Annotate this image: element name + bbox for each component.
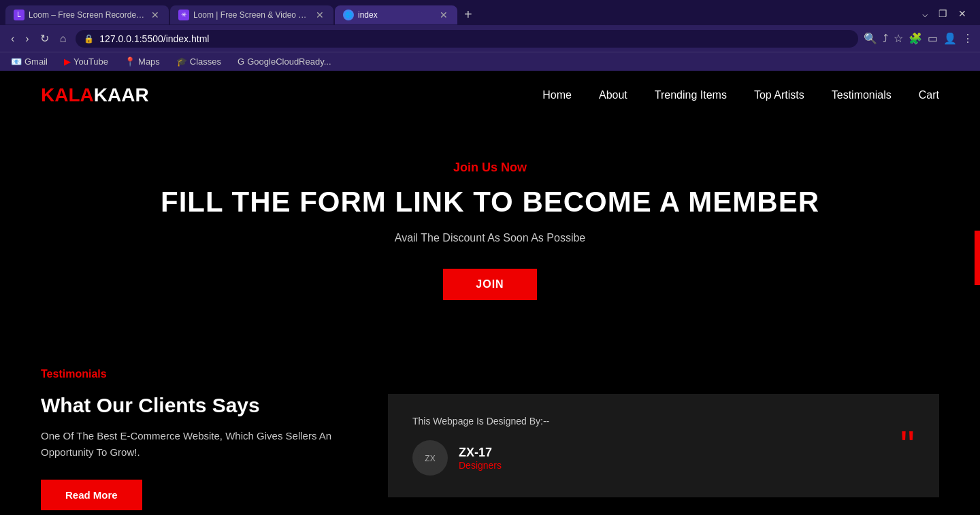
bookmark-star-icon[interactable]: ☆ xyxy=(894,32,903,45)
address-input[interactable] xyxy=(99,33,850,44)
nav-item-testimonials[interactable]: Testimonials xyxy=(832,89,892,101)
bookmark-youtube[interactable]: ▶ YouTube xyxy=(60,55,112,68)
testimonials-description: One Of The Best E-Commerce Website, Whic… xyxy=(41,428,361,461)
nav-item-trending[interactable]: Trending Items xyxy=(655,89,727,101)
designer-info: ZX ZX-17 Designers xyxy=(412,440,915,476)
classes-favicon: 🎓 xyxy=(176,56,187,67)
nav-links: Home About Trending Items Top Artists Te… xyxy=(542,89,939,101)
tab1-favicon: L xyxy=(14,10,24,20)
minimize-button[interactable]: ⌵ xyxy=(922,8,928,19)
nav-link-home[interactable]: Home xyxy=(542,89,572,101)
nav-link-testimonials[interactable]: Testimonials xyxy=(832,89,892,101)
hero-subtitle: Avail The Discount As Soon As Possibe xyxy=(27,232,953,244)
navbar: KALAKAAR Home About Trending Items Top A… xyxy=(0,71,980,120)
tab1-close[interactable]: ✕ xyxy=(150,10,161,20)
googlecloudready-label: GoogleCloudReady... xyxy=(247,56,331,67)
hero-heading: FILL THE FORM LINK TO BECOME A MEMBER xyxy=(27,186,953,218)
tab2-title: Loom | Free Screen & Video Rec... xyxy=(193,10,310,20)
forward-button[interactable]: › xyxy=(21,29,33,48)
testimonials-label: Testimonials xyxy=(41,368,939,380)
toolbar-icons: 🔍 ⤴ ☆ 🧩 ▭ 👤 ⋮ xyxy=(864,32,973,45)
browser-toolbar: ‹ › ↻ ⌂ 🔒 🔍 ⤴ ☆ 🧩 ▭ 👤 ⋮ xyxy=(0,25,980,52)
youtube-label: YouTube xyxy=(74,56,108,67)
tab3-favicon: 🌐 xyxy=(343,10,354,20)
testimonials-left: What Our Clients Says One Of The Best E-… xyxy=(41,394,361,510)
zoom-icon[interactable]: 🔍 xyxy=(864,32,877,45)
designer-role: Designers xyxy=(459,460,502,471)
bookmark-maps[interactable]: 📍 Maps xyxy=(120,55,164,68)
quote-icon: " xyxy=(900,425,915,466)
sidebar-toggle-icon[interactable]: ▭ xyxy=(928,32,938,45)
maps-favicon: 📍 xyxy=(125,56,135,67)
nav-link-about[interactable]: About xyxy=(599,89,627,101)
classes-label: Classes xyxy=(190,56,221,67)
nav-link-artists[interactable]: Top Artists xyxy=(754,89,804,101)
nav-item-about[interactable]: About xyxy=(599,89,627,101)
designer-name: ZX-17 xyxy=(459,446,502,460)
join-button[interactable]: JOIN xyxy=(443,269,536,300)
side-accent xyxy=(975,231,980,285)
nav-item-cart[interactable]: Cart xyxy=(919,89,939,101)
website-content: KALAKAAR Home About Trending Items Top A… xyxy=(0,71,980,515)
tab3-close[interactable]: ✕ xyxy=(438,10,449,20)
share-icon[interactable]: ⤴ xyxy=(883,33,888,45)
nav-buttons: ‹ › ↻ ⌂ xyxy=(7,29,70,48)
tab2-favicon: ✳ xyxy=(178,10,189,20)
bookmark-gmail[interactable]: 📧 Gmail xyxy=(7,55,52,68)
testimonials-layout: What Our Clients Says One Of The Best E-… xyxy=(41,394,939,510)
tab3-title: index xyxy=(358,10,434,20)
lock-icon: 🔒 xyxy=(84,34,94,44)
tabs-bar: L Loom – Free Screen Recorder &... ✕ ✳ L… xyxy=(0,0,980,25)
svg-text:ZX: ZX xyxy=(425,454,435,463)
home-button[interactable]: ⌂ xyxy=(56,29,71,48)
youtube-favicon: ▶ xyxy=(64,56,71,67)
designer-avatar: ZX xyxy=(412,440,448,476)
logo: KALAKAAR xyxy=(41,84,149,106)
profile-icon[interactable]: 👤 xyxy=(943,32,957,45)
browser-tab-3[interactable]: 🌐 index ✕ xyxy=(335,5,457,24)
gmail-favicon: 📧 xyxy=(11,56,22,67)
hero-section: Join Us Now FILL THE FORM LINK TO BECOME… xyxy=(0,120,980,327)
google-favicon: G xyxy=(238,56,244,67)
tab1-title: Loom – Free Screen Recorder &... xyxy=(29,10,146,20)
join-us-label: Join Us Now xyxy=(27,161,953,175)
browser-tab-1[interactable]: L Loom – Free Screen Recorder &... ✕ xyxy=(5,5,169,24)
new-tab-button[interactable]: + xyxy=(459,4,478,25)
designer-details: ZX-17 Designers xyxy=(459,446,502,471)
reload-button[interactable]: ↻ xyxy=(36,29,53,48)
nav-link-cart[interactable]: Cart xyxy=(919,89,939,101)
browser-tab-2[interactable]: ✳ Loom | Free Screen & Video Rec... ✕ xyxy=(170,5,333,24)
nav-item-home[interactable]: Home xyxy=(542,89,572,101)
logo-kaar: KAAR xyxy=(94,84,149,105)
card-subtitle: This Webpage Is Designed By:-- xyxy=(412,416,915,427)
tab2-close[interactable]: ✕ xyxy=(314,10,325,20)
maps-label: Maps xyxy=(138,56,160,67)
extension-icon[interactable]: 🧩 xyxy=(909,32,922,45)
menu-icon[interactable]: ⋮ xyxy=(962,32,973,45)
testimonials-section: Testimonials What Our Clients Says One O… xyxy=(0,327,980,515)
bookmark-classes[interactable]: 🎓 Classes xyxy=(172,55,225,68)
logo-kala: KALA xyxy=(41,84,94,105)
gmail-label: Gmail xyxy=(24,56,48,67)
window-controls: ⌵ ❐ ✕ xyxy=(922,8,975,22)
close-button[interactable]: ✕ xyxy=(958,8,966,19)
testimonials-heading: What Our Clients Says xyxy=(41,394,361,417)
avatar-svg: ZX xyxy=(418,446,442,470)
testimonials-card: This Webpage Is Designed By:-- ZX ZX-17 … xyxy=(388,394,939,497)
bookmark-googlecloudready[interactable]: G GoogleCloudReady... xyxy=(233,55,335,68)
back-button[interactable]: ‹ xyxy=(7,29,18,48)
restore-button[interactable]: ❐ xyxy=(938,8,947,19)
nav-item-artists[interactable]: Top Artists xyxy=(754,89,804,101)
nav-link-trending[interactable]: Trending Items xyxy=(655,89,727,101)
address-bar[interactable]: 🔒 xyxy=(76,30,858,48)
bookmarks-bar: 📧 Gmail ▶ YouTube 📍 Maps 🎓 Classes G Goo… xyxy=(0,52,980,71)
read-more-button[interactable]: Read More xyxy=(41,480,142,510)
browser-chrome: L Loom – Free Screen Recorder &... ✕ ✳ L… xyxy=(0,0,980,71)
